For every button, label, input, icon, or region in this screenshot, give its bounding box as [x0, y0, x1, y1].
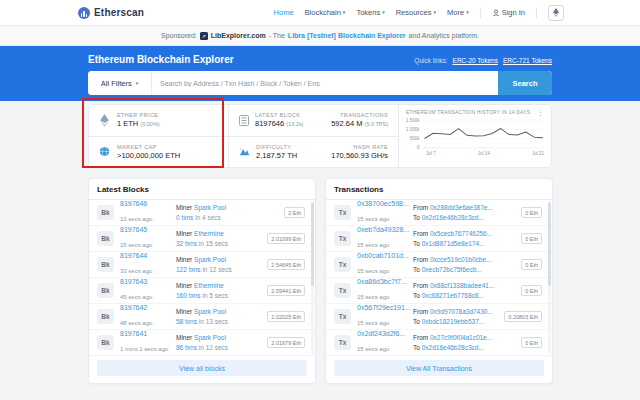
quick-link-erc20[interactable]: ERC-20 Tokens [453, 57, 498, 64]
tx-to-link[interactable]: 0xecb72bc75f6ecb... [422, 266, 482, 273]
tx-from-link[interactable]: 0x27c9f0f04a1c01e... [430, 334, 492, 341]
block-age: 45 secs ago [120, 294, 152, 300]
tx-hash-link[interactable]: 0xb0cab7101d... [357, 252, 413, 259]
block-badge: Bk [97, 205, 114, 220]
nav-blockchain[interactable]: Blockchain▾ [305, 8, 346, 17]
tx-from-link[interactable]: 0x288dd3e6ae387e... [430, 204, 493, 211]
block-number-link[interactable]: 8197641 [120, 330, 176, 337]
nav-tokens[interactable]: Tokens▾ [356, 8, 384, 17]
tx-from-link[interactable]: 0xcce519c01b0cbe... [430, 256, 491, 263]
block-number-link[interactable]: 8197644 [120, 252, 176, 259]
tx-to-link[interactable]: 0x2d16e46b28c3cd... [422, 344, 484, 351]
latest-block-row: LATEST BLOCK 8197646 (13.2s) TRANSACTION… [229, 105, 398, 136]
block-txns-link[interactable]: 160 txns [176, 292, 201, 299]
block-number-link[interactable]: 8197643 [120, 278, 176, 285]
tx-value-badge: 0.20803 Eth [504, 311, 542, 322]
tx-to-link[interactable]: 0xbdc18219ebb537... [422, 318, 485, 325]
tx-badge: Tx [334, 309, 351, 324]
sign-in-button[interactable]: Sign In [492, 8, 525, 17]
miner-link[interactable]: Spark Pool [194, 308, 226, 315]
block-number-link[interactable]: 8197642 [120, 304, 176, 311]
view-all-blocks-button[interactable]: View all blocks [97, 360, 307, 376]
search-button[interactable]: Search [498, 71, 552, 95]
block-duration: in 13 secs [199, 318, 228, 325]
sponsored-text: - The [269, 32, 285, 39]
market-cap-label: MARKET CAP [117, 144, 180, 150]
tx-to-link[interactable]: 0x2d16e46b28c3cd... [422, 214, 484, 221]
block-row: Bk 819764433 secs ago Miner Spark Pool12… [89, 252, 315, 278]
tx-to-link[interactable]: 0xc68271eb7768c8... [422, 292, 484, 299]
chart-menu-icon[interactable]: ⋮ [537, 109, 544, 116]
tx-from-link[interactable]: 0x5cecb767746256... [430, 230, 492, 237]
tx-hash-link[interactable]: 0xa86d3bc7f7... [357, 278, 413, 285]
latest-blocks-panel: Latest Blocks Bk 819764612 secs ago Mine… [88, 178, 316, 384]
block-number-link[interactable]: 8197646 [120, 200, 176, 207]
tx-badge: Tx [334, 257, 351, 272]
block-duration: in 15 secs [199, 240, 228, 247]
miner-link[interactable]: Spark Pool [194, 334, 226, 341]
miner-link[interactable]: Spark Pool [194, 204, 226, 211]
block-txns-link[interactable]: 86 txns [176, 344, 197, 351]
tx-value-badge: 0 Eth [521, 285, 542, 296]
app-header: Etherscan Home Blockchain▾ Tokens▾ Resou… [0, 0, 640, 26]
caret-down-icon: ▾ [136, 81, 139, 86]
network-selector-button[interactable] [548, 5, 564, 21]
sponsored-label: Sponsored: [161, 32, 197, 39]
nav-home[interactable]: Home [274, 8, 294, 17]
tx-age: 15 secs ago [357, 294, 389, 300]
difficulty-hashrate-row: DIFFICULTY 2,187.57 TH HASH RATE 170,560… [229, 136, 398, 168]
block-reward-badge: 2.01099 Eth [267, 233, 305, 244]
nav-resources[interactable]: Resources▾ [396, 8, 436, 17]
transactions-value: 592.64 M [331, 119, 362, 128]
main-nav: Home Blockchain▾ Tokens▾ Resources▾ More… [274, 5, 564, 21]
blocks-scrollbar[interactable] [311, 202, 314, 354]
block-txns-link[interactable]: 58 txns [176, 318, 197, 325]
tx-age: 15 secs ago [357, 346, 389, 352]
block-txns-link[interactable]: 0 txns [176, 214, 193, 221]
block-reward-badge: 2.09441 Eth [267, 285, 305, 296]
miner-link[interactable]: Ethermine [194, 230, 224, 237]
tx-hash-link[interactable]: 0x38700ec598... [357, 200, 413, 207]
nav-divider [536, 7, 537, 18]
scrollbar-thumb[interactable] [548, 202, 551, 286]
search-filter-dropdown[interactable]: All Filters ▾ [88, 71, 152, 95]
block-tx-column: LATEST BLOCK 8197646 (13.2s) TRANSACTION… [229, 105, 399, 167]
latest-block-value[interactable]: 8197646 [255, 119, 284, 128]
difficulty-icon [239, 147, 250, 156]
tx-hash-link[interactable]: 0x2df243d2f6... [357, 330, 413, 337]
quick-link-erc721[interactable]: ERC-721 Tokens [503, 57, 552, 64]
search-input[interactable] [152, 71, 498, 95]
block-age: 33 secs ago [120, 268, 152, 274]
block-badge: Bk [97, 257, 114, 272]
tx-from-link[interactable]: 0x9d97078a3d7430... [430, 308, 493, 315]
latest-blocks-title: Latest Blocks [89, 179, 315, 200]
txs-scrollbar[interactable] [548, 202, 551, 354]
block-number-link[interactable]: 8197645 [120, 226, 176, 233]
tx-history-line-path [424, 128, 542, 138]
tx-age: 15 secs ago [357, 216, 389, 222]
scrollbar-thumb[interactable] [311, 202, 314, 286]
hash-rate-value: 170,560.93 GH/s [331, 151, 388, 160]
advertiser-link[interactable]: LibExplorer.com [211, 32, 266, 39]
tx-hash-link[interactable]: 0xeb7da49328... [357, 226, 413, 233]
ether-price-stat: ETHER PRICE 1 ETH (0.00%) [89, 105, 228, 136]
block-row: Bk 819764248 secs ago Miner Spark Pool58… [89, 304, 315, 330]
block-txns-link[interactable]: 32 txns [176, 240, 197, 247]
view-all-transactions-button[interactable]: View All Transactions [334, 360, 544, 376]
block-age: 15 secs ago [120, 242, 152, 248]
block-row: Bk 819764612 secs ago Miner Spark Pool0 … [89, 200, 315, 226]
sponsored-link[interactable]: Libra [Testnet] Blockchain Explorer [288, 32, 406, 39]
etherscan-logo[interactable]: Etherscan [78, 7, 144, 19]
tx-row: Tx 0xeb7da49328...15 secs ago From 0x5ce… [326, 226, 552, 252]
miner-link[interactable]: Spark Pool [194, 256, 226, 263]
tx-age: 15 secs ago [357, 320, 389, 326]
tx-hash-link[interactable]: 0x567f29ec191... [357, 304, 413, 311]
tx-from-link[interactable]: 0x88cf1338badee41... [430, 282, 494, 289]
hash-rate-label: HASH RATE [331, 144, 388, 150]
etherscan-logo-icon [78, 7, 90, 19]
nav-more[interactable]: More▾ [447, 8, 469, 17]
tx-to-link[interactable]: 0x1d8871d5e8e174... [422, 240, 485, 247]
block-txns-link[interactable]: 122 txns [176, 266, 201, 273]
miner-link[interactable]: Ethermine [194, 282, 224, 289]
block-reward-badge: 2.02025 Eth [267, 311, 305, 322]
